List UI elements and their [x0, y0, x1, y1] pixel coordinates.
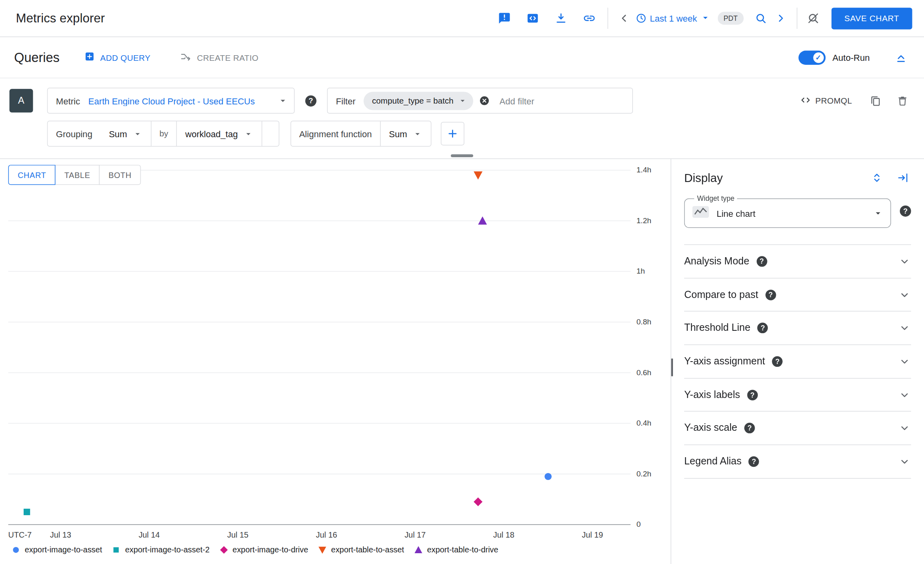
- help-icon[interactable]: [772, 356, 783, 366]
- chevron-down-icon: [243, 129, 253, 139]
- plus-box-icon: [84, 51, 95, 64]
- metric-value: Earth Engine Cloud Project - Used EECUs: [88, 96, 278, 106]
- add-processing-step-button[interactable]: [441, 122, 464, 146]
- metric-selector[interactable]: Metric Earth Engine Cloud Project - Used…: [47, 88, 295, 114]
- promql-label: PROMQL: [815, 96, 852, 106]
- chart-plot[interactable]: [8, 170, 631, 524]
- help-icon[interactable]: [747, 390, 757, 400]
- time-back-chevron-icon[interactable]: [614, 8, 634, 28]
- data-point[interactable]: [474, 497, 482, 506]
- help-icon[interactable]: [756, 256, 767, 266]
- filter-label: Filter: [327, 96, 364, 106]
- legend-label: export-table-to-asset: [331, 545, 404, 554]
- chevron-down-icon: [898, 388, 911, 401]
- download-icon[interactable]: [551, 8, 571, 28]
- zoom-in-time-icon[interactable]: [751, 8, 771, 28]
- x-axis-tick-label: Jul 18: [493, 530, 514, 539]
- data-point[interactable]: [544, 473, 552, 480]
- section-label: Legend Alias: [684, 456, 741, 467]
- query-builder: A Metric Earth Engine Cloud Project - Us…: [0, 78, 924, 159]
- widget-type-select[interactable]: Widget type Line chart: [684, 194, 891, 228]
- data-point[interactable]: [474, 171, 482, 180]
- resize-drag-handle[interactable]: [451, 154, 473, 157]
- legend-item[interactable]: export-table-to-drive: [414, 545, 498, 554]
- y-axis-tick-label: 0.8h: [637, 317, 651, 326]
- main-content: CHART TABLE BOTH UTC-7Jul 13Jul 14Jul 15…: [0, 159, 924, 564]
- time-forward-chevron-icon[interactable]: [771, 8, 791, 28]
- zoom-disabled-icon[interactable]: [803, 8, 823, 28]
- filter-field[interactable]: Filter compute_type = batch: [327, 88, 633, 114]
- square-marker-icon: [112, 546, 121, 554]
- auto-run-toggle[interactable]: ✓: [798, 50, 826, 64]
- section-analysis-mode[interactable]: Analysis Mode: [684, 245, 911, 278]
- promql-button[interactable]: PROMQL: [796, 93, 856, 108]
- section-compare-to-past[interactable]: Compare to past: [684, 278, 911, 312]
- display-panel-title: Display: [684, 171, 723, 185]
- widget-type-row: Widget type Line chart: [684, 194, 911, 228]
- legend-item[interactable]: export-image-to-drive: [219, 545, 308, 554]
- code-editor-icon[interactable]: [522, 8, 542, 28]
- data-point[interactable]: [24, 509, 30, 515]
- group-by-value: workload_tag: [185, 129, 238, 139]
- code-icon: [799, 94, 811, 108]
- group-by-dropdown[interactable]: workload_tag: [177, 121, 261, 146]
- feedback-icon[interactable]: [494, 8, 514, 28]
- x-axis-timezone-label: UTC-7: [8, 530, 32, 539]
- tab-both[interactable]: BOTH: [99, 165, 141, 185]
- collapse-panel-right-icon[interactable]: [896, 171, 910, 185]
- chart-legend: export-image-to-assetexport-image-to-ass…: [12, 545, 498, 554]
- metric-help-icon[interactable]: [305, 95, 316, 106]
- alignment-function-label: Alignment function: [291, 129, 380, 139]
- link-icon[interactable]: [579, 8, 599, 28]
- x-axis-labels: UTC-7Jul 13Jul 14Jul 15Jul 16Jul 17Jul 1…: [0, 530, 648, 541]
- delete-grouping-icon[interactable]: [262, 121, 278, 146]
- save-chart-button[interactable]: SAVE CHART: [832, 7, 912, 29]
- chevron-down-icon: [873, 208, 883, 218]
- chevron-down-icon: [412, 129, 422, 139]
- chevron-down-icon: [458, 96, 467, 106]
- widget-type-help-icon[interactable]: [900, 206, 911, 217]
- create-ratio-button[interactable]: CREATE RATIO: [177, 50, 262, 65]
- time-range-selector[interactable]: Last 1 week: [634, 12, 711, 24]
- help-icon[interactable]: [744, 423, 755, 433]
- section-y-axis-assignment[interactable]: Y-axis assignment: [684, 345, 911, 378]
- collapse-queries-icon[interactable]: [891, 47, 911, 67]
- diamond-marker-icon: [219, 546, 228, 554]
- expand-all-sections-icon[interactable]: [870, 171, 884, 185]
- tab-table[interactable]: TABLE: [55, 165, 100, 185]
- add-query-button[interactable]: ADD QUERY: [81, 51, 154, 64]
- grouping-function-dropdown[interactable]: Sum: [100, 121, 151, 146]
- section-threshold-line[interactable]: Threshold Line: [684, 312, 911, 345]
- delete-query-icon[interactable]: [894, 93, 910, 108]
- toggle-check-icon: ✓: [813, 52, 824, 62]
- legend-item[interactable]: export-image-to-asset-2: [112, 545, 209, 554]
- page-title: Metrics explorer: [16, 11, 105, 25]
- section-y-axis-scale[interactable]: Y-axis scale: [684, 412, 911, 445]
- help-icon[interactable]: [749, 456, 759, 467]
- duplicate-query-icon[interactable]: [868, 93, 883, 108]
- filter-chip[interactable]: compute_type = batch: [364, 92, 473, 110]
- divider: [797, 8, 797, 29]
- by-label: by: [151, 121, 177, 146]
- section-y-axis-labels[interactable]: Y-axis labels: [684, 378, 911, 412]
- display-settings-sections: Analysis Mode Compare to past Threshold …: [684, 244, 911, 479]
- query-row-actions: PROMQL: [796, 93, 910, 108]
- add-filter-input[interactable]: [498, 95, 625, 106]
- legend-item[interactable]: export-table-to-asset: [318, 545, 404, 554]
- tab-chart[interactable]: CHART: [8, 165, 56, 185]
- queries-bar-right: ✓ Auto-Run: [798, 47, 911, 67]
- top-icon-group: [494, 8, 599, 28]
- y-axis-tick-label: 0: [637, 520, 641, 529]
- chevron-down-icon: [277, 95, 288, 106]
- display-panel: Display Widget type: [671, 159, 924, 564]
- display-panel-header: Display: [671, 159, 924, 185]
- x-axis-tick-label: Jul 17: [404, 530, 426, 539]
- help-icon[interactable]: [757, 323, 768, 333]
- section-legend-alias[interactable]: Legend Alias: [684, 445, 911, 478]
- widget-type-value: Line chart: [717, 208, 755, 218]
- metrics-explorer-app: Metrics explorer: [0, 0, 924, 564]
- help-icon[interactable]: [765, 290, 776, 300]
- alignment-function-dropdown[interactable]: Sum: [381, 121, 431, 146]
- legend-item[interactable]: export-image-to-asset: [12, 545, 102, 554]
- remove-filter-icon[interactable]: [478, 95, 490, 106]
